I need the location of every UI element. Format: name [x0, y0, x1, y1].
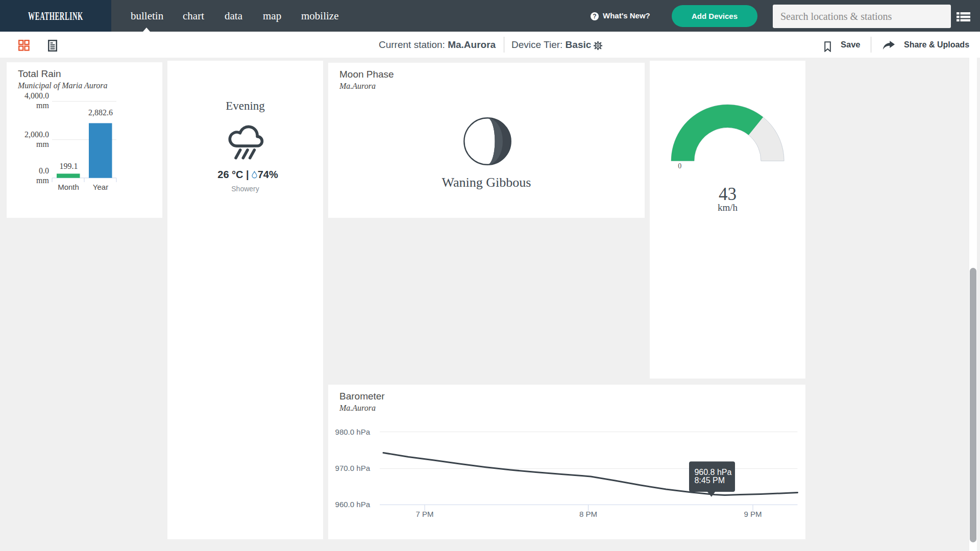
svg-text:mm: mm — [36, 101, 49, 110]
svg-text:970.0 hPa: 970.0 hPa — [335, 464, 371, 472]
svg-text:8 PM: 8 PM — [579, 510, 597, 518]
svg-text:7 PM: 7 PM — [415, 510, 433, 518]
svg-text:960.0 hPa: 960.0 hPa — [335, 500, 371, 509]
svg-text:8:45 PM: 8:45 PM — [694, 476, 725, 485]
svg-text:9 PM: 9 PM — [744, 510, 762, 518]
svg-text:980.0 hPa: 980.0 hPa — [335, 428, 371, 436]
svg-text:0.0: 0.0 — [39, 166, 49, 175]
svg-text:mm: mm — [36, 176, 49, 185]
svg-text:Year: Year — [93, 183, 108, 191]
svg-text:2,000.0: 2,000.0 — [24, 130, 49, 139]
svg-text:199.1: 199.1 — [60, 162, 78, 170]
svg-text:mm: mm — [36, 140, 49, 148]
svg-text:4,000.0: 4,000.0 — [24, 91, 49, 100]
svg-text:960.8 hPa: 960.8 hPa — [694, 468, 731, 477]
svg-text:0: 0 — [678, 162, 681, 170]
svg-text:Month: Month — [58, 183, 79, 191]
svg-text:2,882.6: 2,882.6 — [88, 108, 113, 117]
